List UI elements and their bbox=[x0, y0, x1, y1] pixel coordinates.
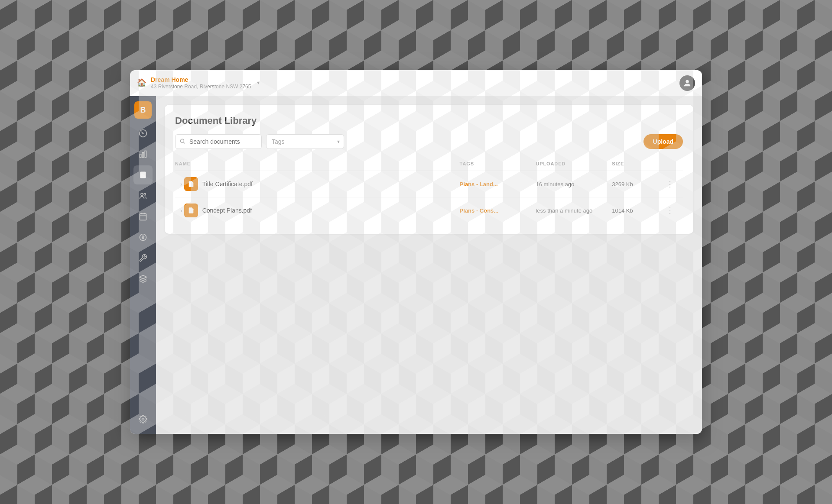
tags-select[interactable]: Tags bbox=[266, 134, 344, 149]
file-uploaded-cell: less than a minute ago bbox=[530, 197, 607, 224]
uploaded-text: less than a minute ago bbox=[536, 207, 592, 214]
expand-icon[interactable]: › bbox=[180, 207, 184, 214]
sidebar-item-documents[interactable] bbox=[133, 165, 153, 184]
file-size-cell: 3269 Kb bbox=[607, 171, 657, 197]
svg-point-9 bbox=[144, 194, 146, 195]
svg-point-8 bbox=[141, 193, 143, 195]
size-text: 3269 Kb bbox=[612, 181, 633, 187]
col-header-actions bbox=[657, 158, 683, 171]
table-row: › Concept Plans.pdf bbox=[175, 197, 683, 224]
svg-point-2 bbox=[142, 132, 143, 134]
tag-badge[interactable]: Plans - Land... bbox=[460, 181, 498, 187]
file-name-cell: › Concept Plans.pdf bbox=[175, 197, 455, 224]
sidebar-bottom bbox=[133, 410, 153, 429]
home-icon: 🏠 bbox=[137, 78, 146, 87]
search-icon bbox=[179, 138, 185, 145]
uploaded-text: 16 minutes ago bbox=[536, 181, 574, 187]
sidebar-item-layers[interactable] bbox=[133, 269, 153, 288]
project-dropdown-arrow[interactable]: ▾ bbox=[257, 80, 260, 86]
sidebar-item-settings[interactable] bbox=[133, 410, 153, 429]
sidebar: B bbox=[130, 96, 156, 434]
svg-point-0 bbox=[686, 80, 689, 83]
file-icon bbox=[184, 204, 198, 217]
project-name[interactable]: Dream Home bbox=[151, 76, 251, 84]
svg-line-18 bbox=[184, 142, 185, 143]
sidebar-item-calendar[interactable] bbox=[133, 207, 153, 226]
upload-button[interactable]: Upload bbox=[644, 134, 683, 149]
col-header-name: NAME bbox=[175, 158, 455, 171]
col-header-size: SIZE bbox=[607, 158, 657, 171]
more-menu-icon[interactable]: ⋮ bbox=[663, 204, 677, 216]
svg-marker-15 bbox=[140, 275, 147, 279]
sidebar-item-tools[interactable] bbox=[133, 249, 153, 268]
file-name-cell: › Title Certificate.pdf bbox=[175, 171, 455, 197]
svg-point-16 bbox=[142, 418, 144, 420]
search-wrap bbox=[175, 134, 262, 149]
svg-rect-10 bbox=[140, 213, 146, 220]
file-tag-cell: Plans - Cons... bbox=[455, 197, 531, 224]
main-layout: B bbox=[130, 96, 702, 434]
tags-select-wrap: Tags ▾ bbox=[266, 134, 344, 149]
expand-icon[interactable]: › bbox=[180, 181, 184, 187]
file-actions-cell: ⋮ bbox=[657, 197, 683, 224]
project-info: Dream Home 43 Riverstone Road, Riverston… bbox=[151, 76, 251, 90]
top-bar-left: 🏠 Dream Home 43 Riverstone Road, Riverst… bbox=[137, 76, 679, 90]
user-avatar[interactable] bbox=[679, 75, 695, 91]
svg-rect-3 bbox=[140, 154, 141, 158]
col-header-uploaded: UPLOADED bbox=[530, 158, 607, 171]
search-input[interactable] bbox=[175, 134, 262, 149]
size-text: 1014 Kb bbox=[612, 207, 633, 214]
file-tag-cell: Plans - Land... bbox=[455, 171, 531, 197]
sidebar-logo[interactable]: B bbox=[134, 101, 152, 119]
sidebar-item-finance[interactable] bbox=[133, 228, 153, 247]
toolbar: Tags ▾ Upload bbox=[175, 134, 683, 149]
top-bar: 🏠 Dream Home 43 Riverstone Road, Riverst… bbox=[130, 70, 702, 96]
table-row: › Title Certificate.pdf bbox=[175, 171, 683, 197]
document-library-card: Document Library bbox=[165, 105, 693, 234]
file-uploaded-cell: 16 minutes ago bbox=[530, 171, 607, 197]
file-icon bbox=[184, 177, 198, 191]
table-header-row: NAME TAGS UPLOADED SIZE bbox=[175, 158, 683, 171]
documents-table: NAME TAGS UPLOADED SIZE › bbox=[175, 158, 683, 223]
svg-rect-4 bbox=[142, 152, 143, 158]
content-area: Document Library bbox=[156, 96, 702, 434]
more-menu-icon[interactable]: ⋮ bbox=[663, 178, 677, 190]
project-address: 43 Riverstone Road, Riverstone NSW 2765 bbox=[151, 84, 251, 90]
sidebar-item-people[interactable] bbox=[133, 186, 153, 205]
svg-point-17 bbox=[180, 139, 184, 142]
file-size-cell: 1014 Kb bbox=[607, 197, 657, 224]
sidebar-item-dashboard[interactable] bbox=[133, 124, 153, 143]
document-library-title: Document Library bbox=[175, 115, 683, 126]
svg-rect-6 bbox=[140, 172, 146, 178]
svg-rect-5 bbox=[145, 151, 146, 158]
col-header-tags: TAGS bbox=[455, 158, 531, 171]
sidebar-item-analytics[interactable] bbox=[133, 145, 153, 164]
file-name-text[interactable]: Concept Plans.pdf bbox=[202, 207, 252, 214]
tag-badge[interactable]: Plans - Cons... bbox=[460, 207, 499, 214]
file-actions-cell: ⋮ bbox=[657, 171, 683, 197]
top-bar-right bbox=[679, 75, 695, 91]
file-name-text[interactable]: Title Certificate.pdf bbox=[202, 181, 253, 187]
